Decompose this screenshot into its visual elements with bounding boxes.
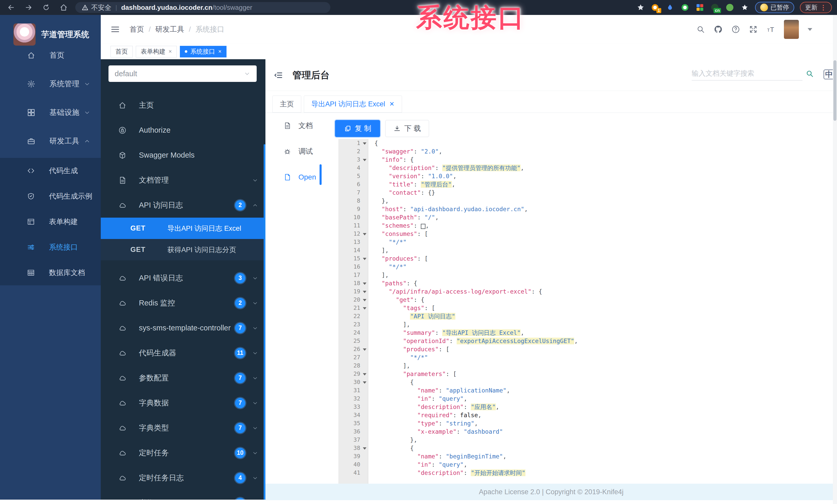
extension-icon[interactable]: 1 xyxy=(651,3,660,12)
download-button[interactable]: 下 载 xyxy=(385,120,429,137)
back-icon[interactable] xyxy=(7,3,16,12)
code-line: "*/*" xyxy=(374,353,833,361)
api-group-API 访问日志[interactable]: API 访问日志2 xyxy=(101,193,265,218)
api-group-Authorize[interactable]: Authorize xyxy=(101,118,265,143)
api-group-定时任务日志[interactable]: 定时任务日志4 xyxy=(101,465,265,490)
sidebar-item-研发工具[interactable]: 研发工具 xyxy=(0,127,101,155)
breadcrumb-item[interactable]: 研发工具 xyxy=(155,24,184,34)
fold-caret-icon[interactable] xyxy=(363,307,367,310)
api-group-Swagger Models[interactable]: Swagger Models xyxy=(101,143,265,168)
fullscreen-icon[interactable] xyxy=(749,25,758,34)
extension-icon[interactable] xyxy=(740,3,749,12)
doc-menu-文档[interactable]: 文档 xyxy=(265,113,330,138)
api-group-文档管理[interactable]: 文档管理 xyxy=(101,168,265,193)
page-scrollbar[interactable] xyxy=(833,15,837,504)
api-group-字典数据[interactable]: 字典数据7 xyxy=(101,390,265,415)
copy-button[interactable]: 复 制 xyxy=(335,120,380,137)
view-tag-首页[interactable]: 首页 xyxy=(110,46,133,57)
user-avatar[interactable] xyxy=(784,20,799,39)
extension-icon[interactable] xyxy=(695,3,705,12)
code-line: "name": "applicationName", xyxy=(374,386,833,395)
api-operation-导出API 访问日志 Excel[interactable]: GET导出API 访问日志 Excel xyxy=(101,218,265,239)
help-icon[interactable] xyxy=(731,25,740,34)
http-method: GET xyxy=(130,224,146,232)
sidebar-item-系统管理[interactable]: 系统管理 xyxy=(0,70,101,98)
api-group-API 错误日志[interactable]: API 错误日志3 xyxy=(101,265,265,291)
chevron-down-icon xyxy=(252,475,258,481)
extension-icon[interactable] xyxy=(680,3,690,12)
count-badge: 2 xyxy=(235,298,245,308)
sidebar-item-首页[interactable]: 首页 xyxy=(0,41,101,70)
api-group-定时任务[interactable]: 定时任务10 xyxy=(101,441,265,465)
api-operation-获得API 访问日志分页[interactable]: GET获得API 访问日志分页 xyxy=(101,239,265,260)
api-group-参数配置[interactable]: 参数配置7 xyxy=(101,366,265,390)
github-icon[interactable] xyxy=(714,25,723,34)
close-icon[interactable]: × xyxy=(168,48,172,55)
close-icon[interactable]: ✕ xyxy=(389,100,394,108)
api-group-sys-sms-template-controller[interactable]: sys-sms-template-controller7 xyxy=(101,316,265,340)
api-sidebar-scrollbar[interactable] xyxy=(264,144,265,500)
doc-search-input[interactable] xyxy=(692,67,802,81)
fold-caret-icon[interactable] xyxy=(363,159,367,161)
fold-caret-icon[interactable] xyxy=(363,373,367,375)
api-group-主页[interactable]: 主页 xyxy=(101,93,265,118)
doc-collapse-icon[interactable] xyxy=(274,71,283,80)
fold-caret-icon[interactable] xyxy=(363,381,367,384)
api-group-代码生成器[interactable]: 代码生成器11 xyxy=(101,340,265,366)
breadcrumb: 首页/研发工具/系统接口 xyxy=(130,15,225,44)
close-icon[interactable]: × xyxy=(218,48,221,55)
gutter-line: 18 xyxy=(338,279,368,287)
fold-caret-icon[interactable] xyxy=(363,233,367,236)
fold-caret-icon[interactable] xyxy=(363,143,367,145)
api-group-岗位[interactable]: 岗位7 xyxy=(101,490,265,500)
header-actions: TT xyxy=(696,15,812,44)
fold-caret-icon[interactable] xyxy=(363,447,367,450)
sidebar-collapse-icon[interactable] xyxy=(110,25,120,34)
extension-icon[interactable]: cn xyxy=(710,3,719,12)
view-tag-表单构建[interactable]: 表单构建× xyxy=(136,46,177,57)
doc-menu-调试[interactable]: 调试 xyxy=(265,138,330,164)
page-scrollbar-thumb[interactable] xyxy=(833,60,836,121)
fold-caret-icon[interactable] xyxy=(363,291,367,293)
search-icon[interactable] xyxy=(696,25,705,34)
count-badge: 7 xyxy=(235,423,245,433)
reload-icon[interactable] xyxy=(42,3,51,12)
doc-tab-导出API 访问日志 Excel[interactable]: 导出API 访问日志 Excel✕ xyxy=(304,96,402,113)
bookmark-star-icon[interactable] xyxy=(637,3,645,12)
code-line: { xyxy=(374,139,833,147)
browser-menu-icon[interactable]: ⋮ xyxy=(820,4,827,12)
extension-icon[interactable] xyxy=(725,3,734,12)
home-icon[interactable] xyxy=(59,3,68,12)
sidebar-subitem-系统接口[interactable]: 系统接口 xyxy=(0,235,101,260)
font-size-icon[interactable]: TT xyxy=(766,25,775,34)
sidebar-subitem-代码生成[interactable]: 代码生成 xyxy=(0,158,101,183)
paused-extension-pill[interactable]: 已暂停 xyxy=(755,2,794,13)
api-group-Redis 监控[interactable]: Redis 监控2 xyxy=(101,291,265,316)
group-select[interactable]: default xyxy=(108,66,257,82)
sidebar-subitem-表单构建[interactable]: 表单构建 xyxy=(0,209,101,235)
sidebar-subitem-数据库文档[interactable]: 数据库文档 xyxy=(0,260,101,285)
extension-icon[interactable] xyxy=(665,3,675,12)
sidebar-subitem-代码生成示例[interactable]: 代码生成示例 xyxy=(0,183,101,209)
update-browser-button[interactable]: 更新 ⋮ xyxy=(800,2,832,13)
fold-caret-icon[interactable] xyxy=(363,349,367,351)
fold-caret-icon[interactable] xyxy=(363,282,367,285)
json-editor[interactable]: 1234567891011121314151617181920212223242… xyxy=(331,139,833,484)
doc-tab-主页[interactable]: 主页 xyxy=(272,96,301,113)
view-tag-系统接口[interactable]: 系统接口× xyxy=(180,46,227,57)
fold-caret-icon[interactable] xyxy=(363,258,367,260)
chevron-down-icon xyxy=(252,300,258,306)
count-badge: 10 xyxy=(235,448,245,458)
doc-search-icon[interactable] xyxy=(805,70,814,78)
api-group-字典类型[interactable]: 字典类型7 xyxy=(101,415,265,441)
breadcrumb-item[interactable]: 首页 xyxy=(130,24,144,34)
user-menu-caret-icon[interactable] xyxy=(808,28,812,31)
gutter-line: 27 xyxy=(338,353,368,361)
address-bar[interactable]: 不安全 | dashboard.yudao.iocoder.cn /tool/s… xyxy=(75,2,331,13)
fold-caret-icon[interactable] xyxy=(363,299,367,301)
forward-icon[interactable] xyxy=(24,3,33,12)
sidebar-item-基础设施[interactable]: 基础设施 xyxy=(0,98,101,127)
gutter-line: 32 xyxy=(338,395,368,403)
gutter-line: 5 xyxy=(338,172,368,180)
chevron-down-icon xyxy=(252,177,258,183)
